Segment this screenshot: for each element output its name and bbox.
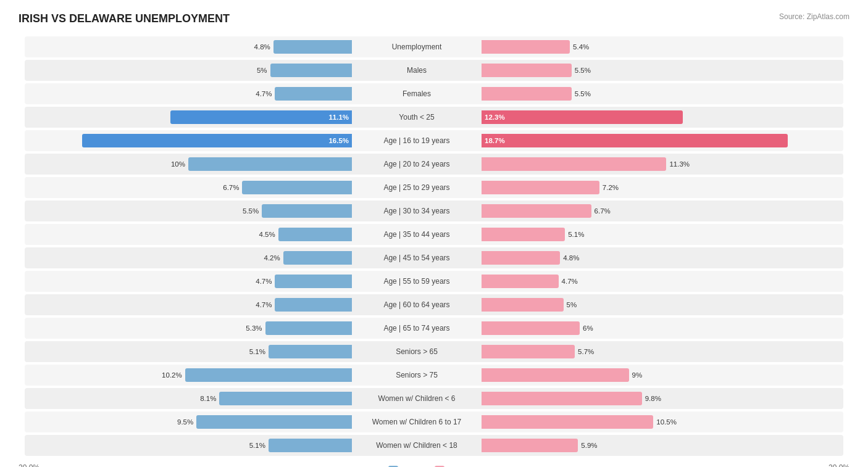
- value-left: 4.2%: [264, 254, 280, 262]
- bar-pink: [482, 321, 580, 335]
- bar-pink: [482, 368, 629, 382]
- value-left: 4.8%: [254, 43, 270, 51]
- bar-blue: [196, 415, 352, 429]
- bar-pink: [482, 345, 575, 358]
- value-left: 10.2%: [162, 371, 182, 379]
- value-left: 5.1%: [249, 348, 265, 355]
- bar-row: 4.7% Females 5.5%: [25, 83, 843, 104]
- bar-blue: [275, 275, 352, 288]
- bar-label: Unemployment: [352, 43, 482, 51]
- bar-pink: [482, 181, 599, 194]
- value-left: 9.5%: [177, 418, 193, 426]
- bar-row: 5.3% Age | 65 to 74 years 6%: [25, 318, 843, 339]
- bar-pink: 12.3%: [482, 110, 683, 124]
- value-right: 10.5%: [656, 418, 677, 426]
- bar-row: 5.1% Seniors > 65 5.7%: [25, 341, 843, 362]
- value-right: 9%: [632, 371, 643, 379]
- bar-pink: [482, 392, 642, 405]
- value-right: 9.8%: [645, 395, 661, 402]
- bar-row: 5.1% Women w/ Children < 18 5.9%: [25, 435, 843, 456]
- bar-row: 5% Males 5.5%: [25, 60, 843, 81]
- bar-blue: [273, 40, 352, 54]
- value-on-bar-left: 11.1%: [328, 114, 352, 121]
- axis-right-label: 20.0%: [828, 463, 849, 467]
- bar-row: 10.2% Seniors > 75 9%: [25, 365, 843, 386]
- value-left: 5.3%: [246, 324, 262, 332]
- value-right: 5%: [567, 301, 577, 308]
- bar-pink: [482, 64, 572, 77]
- value-right: 11.3%: [669, 160, 690, 168]
- bar-blue: [275, 87, 352, 101]
- bar-row: 5.5% Age | 30 to 34 years 6.7%: [25, 200, 843, 221]
- bar-row: 16.5% Age | 16 to 19 years 18.7%: [25, 130, 843, 151]
- bar-row: 4.2% Age | 45 to 54 years 4.8%: [25, 247, 843, 268]
- bar-label: Age | 65 to 74 years: [352, 324, 482, 333]
- bar-label: Age | 30 to 34 years: [352, 207, 482, 215]
- bar-row: 4.7% Age | 55 to 59 years 4.7%: [25, 271, 843, 292]
- axis-left-label: 20.0%: [19, 463, 40, 467]
- bar-blue: [269, 345, 352, 358]
- bar-label: Males: [352, 66, 482, 75]
- axis-row: 20.0% Irish Delaware 20.0%: [19, 460, 849, 467]
- bar-row: 4.5% Age | 35 to 44 years 5.1%: [25, 224, 843, 245]
- bar-row: 11.1% Youth < 25 12.3%: [25, 107, 843, 128]
- bar-label: Age | 35 to 44 years: [352, 230, 482, 239]
- value-left: 5.5%: [243, 207, 259, 215]
- bar-row: 4.8% Unemployment 5.4%: [25, 36, 843, 57]
- bar-pink: [482, 275, 559, 288]
- bar-label: Females: [352, 89, 482, 98]
- value-left: 5.1%: [249, 442, 265, 449]
- bar-blue: [265, 321, 352, 335]
- value-right: 7.2%: [603, 184, 619, 191]
- value-left: 4.7%: [256, 90, 272, 97]
- value-left: 6.7%: [223, 184, 239, 191]
- bar-blue: 11.1%: [170, 110, 352, 124]
- bar-row: 9.5% Women w/ Children 6 to 17 10.5%: [25, 411, 843, 432]
- bar-pink: [482, 87, 572, 101]
- bar-row: 8.1% Women w/ Children < 6 9.8%: [25, 388, 843, 409]
- bar-blue: [278, 228, 352, 241]
- bar-blue: [242, 181, 352, 194]
- value-left: 4.7%: [256, 278, 272, 285]
- bar-label: Youth < 25: [352, 113, 482, 122]
- bar-label: Age | 16 to 19 years: [352, 136, 482, 145]
- bar-row: 10% Age | 20 to 24 years 11.3%: [25, 154, 843, 175]
- bar-blue: [188, 157, 352, 171]
- value-right: 5.9%: [581, 442, 597, 449]
- bar-label: Women w/ Children 6 to 17: [352, 418, 482, 426]
- bar-label: Women w/ Children < 6: [352, 394, 482, 403]
- bar-blue: [219, 392, 352, 405]
- bar-label: Age | 60 to 64 years: [352, 300, 482, 309]
- bar-blue: [270, 64, 353, 77]
- bar-label: Age | 20 to 24 years: [352, 160, 482, 168]
- value-right: 5.4%: [573, 43, 589, 51]
- bar-pink: [482, 40, 570, 54]
- bar-row: 6.7% Age | 25 to 29 years 7.2%: [25, 177, 843, 198]
- value-right: 5.5%: [575, 90, 591, 97]
- bar-pink: 18.7%: [482, 134, 788, 147]
- bar-pink: [482, 439, 578, 452]
- bar-pink: [482, 228, 565, 241]
- bar-label: Age | 25 to 29 years: [352, 183, 482, 192]
- value-right: 6%: [583, 324, 593, 332]
- bar-pink: [482, 204, 591, 218]
- value-right: 4.7%: [562, 278, 578, 285]
- bar-pink: [482, 415, 653, 429]
- bar-blue: [283, 251, 352, 265]
- bar-pink: [482, 298, 564, 312]
- value-right: 6.7%: [595, 207, 611, 215]
- bar-blue: [262, 204, 352, 218]
- bar-label: Seniors > 65: [352, 347, 482, 356]
- bar-blue: 16.5%: [82, 134, 352, 147]
- value-on-bar-right: 18.7%: [482, 137, 505, 144]
- value-left: 4.7%: [256, 301, 272, 308]
- bar-label: Age | 55 to 59 years: [352, 277, 482, 286]
- chart-header: Irish vs Delaware Unemployment Source: Z…: [19, 12, 849, 25]
- value-left: 5%: [257, 67, 267, 74]
- bar-label: Women w/ Children < 18: [352, 441, 482, 450]
- bar-pink: [482, 251, 560, 265]
- value-right: 5.1%: [568, 231, 584, 238]
- bar-label: Seniors > 75: [352, 371, 482, 379]
- value-right: 5.7%: [578, 348, 594, 355]
- value-right: 4.8%: [563, 254, 579, 262]
